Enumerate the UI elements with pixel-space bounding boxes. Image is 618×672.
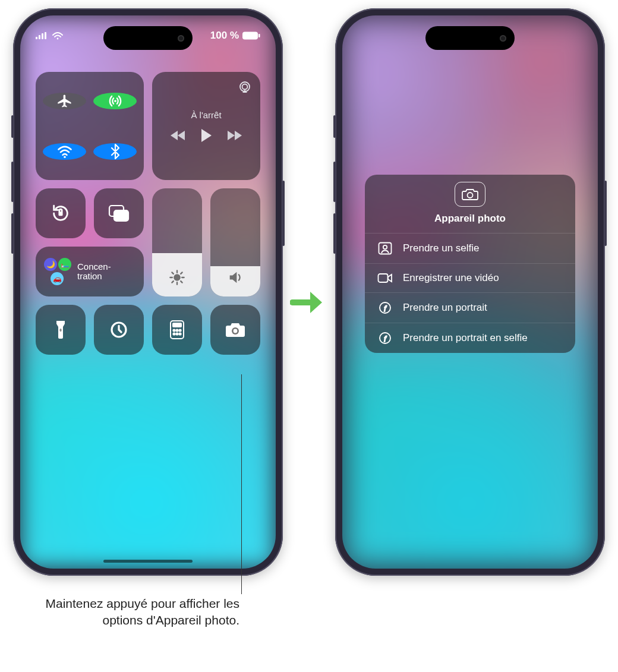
- svg-rect-6: [258, 34, 260, 37]
- volume-icon: [227, 269, 244, 288]
- svg-rect-2: [42, 33, 43, 39]
- transition-arrow-icon: [290, 288, 324, 317]
- svg-point-23: [176, 333, 178, 335]
- svg-rect-1: [39, 35, 40, 39]
- svg-rect-18: [173, 323, 181, 327]
- connectivity-group: [36, 72, 144, 180]
- airplane-mode-toggle[interactable]: [43, 93, 86, 109]
- focus-label: Concen- tration: [77, 262, 111, 282]
- svg-point-7: [114, 100, 116, 102]
- menu-item-label: Prendre un selfie: [403, 242, 480, 254]
- camera-context-menu: Appareil photo Prendre un selfie Enregis…: [365, 175, 575, 353]
- media-status-label: À l'arrêt: [191, 110, 221, 120]
- selfie-icon: [377, 242, 393, 255]
- camera-menu-title: Appareil photo: [434, 213, 506, 225]
- menu-item-selfie[interactable]: Prendre un selfie: [365, 234, 575, 264]
- timer-button[interactable]: [94, 305, 144, 355]
- volume-slider[interactable]: [210, 188, 260, 296]
- svg-rect-28: [379, 243, 392, 254]
- menu-item-portrait[interactable]: f Prendre un portrait: [365, 293, 575, 323]
- airplay-icon[interactable]: [238, 80, 252, 94]
- svg-rect-5: [242, 32, 258, 40]
- play-button[interactable]: [200, 128, 212, 143]
- svg-point-19: [173, 329, 175, 331]
- menu-item-portrait-selfie[interactable]: f Prendre un portrait en selfie: [365, 323, 575, 353]
- focus-button[interactable]: 🌙 🛏️ 🚗 Concen- tration: [36, 247, 144, 296]
- callout-text: Maintenez appuyé pour afficher les optio…: [34, 595, 239, 629]
- svg-point-20: [176, 329, 178, 331]
- svg-point-27: [468, 193, 473, 198]
- svg-text:f: f: [384, 335, 387, 342]
- svg-point-21: [179, 329, 181, 331]
- iphone-left: 100 %: [13, 8, 283, 576]
- menu-item-label: Prendre un portrait en selfie: [403, 332, 528, 344]
- svg-point-24: [179, 333, 181, 335]
- wifi-toggle[interactable]: [43, 143, 86, 160]
- portrait-icon: f: [377, 301, 393, 314]
- svg-rect-3: [45, 32, 46, 39]
- portrait-icon: f: [377, 332, 393, 345]
- previous-track-button[interactable]: [171, 130, 186, 141]
- svg-point-14: [174, 275, 179, 280]
- svg-point-22: [173, 333, 175, 335]
- next-track-button[interactable]: [226, 130, 242, 141]
- dynamic-island: [425, 26, 515, 50]
- svg-rect-15: [60, 329, 62, 332]
- camera-icon[interactable]: [455, 182, 485, 207]
- svg-point-4: [57, 37, 59, 39]
- brightness-slider[interactable]: [152, 188, 202, 296]
- svg-point-8: [64, 156, 66, 158]
- svg-point-26: [234, 329, 238, 333]
- battery-percent-label: 100 %: [210, 30, 239, 42]
- menu-item-video[interactable]: Enregistrer une vidéo: [365, 264, 575, 293]
- screen-mirroring-button[interactable]: [94, 188, 144, 238]
- calculator-button[interactable]: [152, 305, 202, 355]
- status-signal-wifi: [36, 30, 65, 42]
- dynamic-island: [103, 26, 193, 50]
- camera-button[interactable]: [210, 305, 260, 355]
- callout-leader-line: [241, 374, 242, 594]
- svg-point-29: [383, 245, 387, 249]
- brightness-icon: [169, 269, 185, 288]
- svg-text:f: f: [384, 304, 387, 311]
- home-indicator[interactable]: [103, 560, 193, 563]
- video-icon: [377, 273, 393, 283]
- iphone-right: Appareil photo Prendre un selfie Enregis…: [335, 8, 605, 576]
- menu-item-label: Prendre un portrait: [403, 302, 487, 314]
- flashlight-button[interactable]: [36, 305, 86, 355]
- focus-modes-icon: 🌙 🛏️ 🚗: [44, 258, 71, 285]
- svg-rect-30: [379, 274, 388, 282]
- cellular-data-toggle[interactable]: [93, 93, 137, 109]
- battery-icon: [242, 31, 260, 40]
- bluetooth-toggle[interactable]: [93, 143, 137, 160]
- rotation-lock-toggle[interactable]: [36, 188, 86, 238]
- svg-rect-0: [36, 37, 37, 39]
- media-playback-tile[interactable]: À l'arrêt: [152, 72, 260, 180]
- svg-rect-13: [114, 210, 128, 221]
- menu-item-label: Enregistrer une vidéo: [403, 272, 499, 284]
- svg-point-10: [242, 84, 248, 90]
